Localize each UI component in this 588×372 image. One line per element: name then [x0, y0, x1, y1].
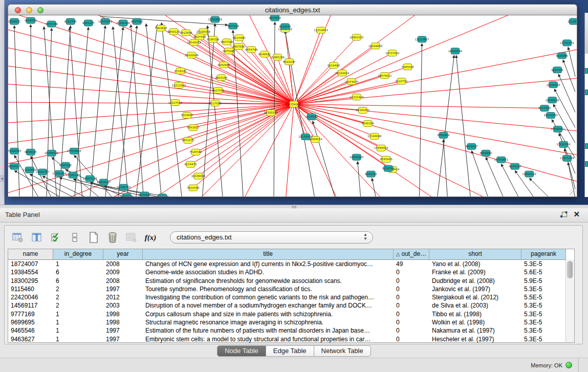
- table-row[interactable]: 1456911722003Disruption of a novel membe…: [8, 301, 574, 310]
- split-divider[interactable]: [0, 205, 588, 208]
- network-node[interactable]: 1112845: [568, 18, 577, 25]
- network-node[interactable]: 8196328: [207, 36, 220, 42]
- table-row[interactable]: 1938455462009Genome-wide association stu…: [8, 268, 574, 276]
- network-node[interactable]: 12213369: [172, 82, 186, 89]
- table-row[interactable]: 2242004622012Investigating the contribut…: [8, 293, 574, 301]
- network-node[interactable]: 7916346: [187, 185, 200, 191]
- network-node[interactable]: 9861037: [82, 20, 95, 26]
- network-node[interactable]: 12213907: [415, 36, 429, 42]
- network-node[interactable]: 11254943: [314, 27, 328, 33]
- column-header-title[interactable]: title: [143, 249, 394, 259]
- network-node[interactable]: 19737493: [385, 50, 399, 56]
- table-row[interactable]: 911546021997Tourette syndrome. Phenomeno…: [8, 285, 574, 293]
- network-node[interactable]: 9050513: [121, 193, 133, 196]
- close-button[interactable]: [15, 7, 21, 13]
- network-node[interactable]: 8912934: [180, 30, 192, 36]
- tab-edge-table[interactable]: Edge Table: [266, 345, 314, 357]
- network-node[interactable]: 8117006: [209, 100, 222, 106]
- network-node[interactable]: 9329966: [556, 53, 569, 59]
- network-node[interactable]: 8522035: [283, 59, 295, 65]
- network-node[interactable]: 9242848: [217, 62, 230, 68]
- network-node[interactable]: 9245012: [365, 171, 377, 177]
- network-node[interactable]: 9245013: [509, 163, 521, 169]
- tab-network-table[interactable]: Network Table: [314, 345, 371, 357]
- column-header-name[interactable]: name: [8, 249, 53, 259]
- network-node[interactable]: 11156829: [23, 167, 37, 173]
- panel-collapse-handle[interactable]: ◂: [0, 175, 4, 182]
- network-node[interactable]: 7263845: [181, 112, 193, 118]
- network-node[interactable]: 8012745: [64, 18, 77, 25]
- network-node[interactable]: 9146821: [258, 51, 271, 57]
- network-node[interactable]: 8791904: [437, 132, 450, 138]
- float-window-icon[interactable]: [560, 211, 568, 219]
- network-node[interactable]: 8197751: [396, 78, 408, 84]
- table-selector-dropdown[interactable]: citations_edges.txt ▲▼: [170, 231, 373, 244]
- network-node[interactable]: 16033809: [208, 16, 223, 23]
- window-resize-grip[interactable]: [570, 189, 576, 195]
- network-node[interactable]: 9154469: [328, 62, 340, 69]
- network-node[interactable]: 8960128: [167, 29, 180, 35]
- function-builder-button[interactable]: f(x): [144, 231, 157, 244]
- close-icon[interactable]: ✕: [573, 210, 580, 219]
- row-options-button[interactable]: [68, 231, 81, 244]
- table-row[interactable]: 1830029562008Estimation of significance …: [8, 277, 574, 285]
- network-node[interactable]: 15494469: [374, 145, 388, 151]
- network-node[interactable]: 9227343: [551, 67, 563, 73]
- network-node[interactable]: 15751074: [560, 40, 574, 46]
- network-node[interactable]: 7524543: [156, 194, 168, 196]
- network-node[interactable]: 9397588: [59, 162, 72, 168]
- network-node[interactable]: 2967608: [232, 43, 245, 50]
- table-row[interactable]: 969969511998Structural magnetic resonanc…: [8, 318, 574, 326]
- column-visibility-button[interactable]: [49, 231, 62, 244]
- network-node[interactable]: 2803144: [215, 75, 228, 81]
- network-node[interactable]: 7857224: [227, 23, 239, 29]
- column-header-year[interactable]: year: [103, 249, 143, 259]
- network-node[interactable]: 11451944: [52, 170, 67, 177]
- network-window[interactable]: citations_edges.txt 18724007796382289601…: [8, 4, 577, 197]
- network-node[interactable]: 16272359: [98, 18, 113, 25]
- table-settings-button[interactable]: [11, 231, 25, 244]
- network-node[interactable]: 4055748: [46, 21, 58, 27]
- network-node[interactable]: 11675338: [560, 155, 574, 161]
- network-node[interactable]: 12093832: [546, 82, 560, 88]
- table-row[interactable]: 1872400712008Changes of HCN gene express…: [8, 260, 574, 268]
- table-row[interactable]: 977716911998Corpus callosum shape and si…: [8, 310, 574, 318]
- network-node[interactable]: 20691406: [116, 20, 130, 26]
- column-header-short[interactable]: short: [429, 249, 521, 259]
- network-node[interactable]: 9875685: [223, 48, 235, 54]
- network-node[interactable]: 9046553: [25, 17, 37, 24]
- network-node[interactable]: 9154470: [184, 161, 197, 167]
- network-node[interactable]: 25206505: [8, 148, 21, 154]
- table-row[interactable]: 946362711997Embryonic stem cells: a mode…: [8, 335, 574, 343]
- network-node[interactable]: 7963822: [155, 25, 167, 31]
- network-node[interactable]: 9115460: [233, 35, 246, 41]
- network-window-titlebar[interactable]: citations_edges.txt: [8, 4, 577, 15]
- network-node[interactable]: 8454749: [245, 47, 258, 53]
- network-node[interactable]: 12164816: [335, 70, 350, 76]
- zoom-button[interactable]: [37, 7, 43, 13]
- network-node[interactable]: 8875887: [139, 192, 151, 196]
- network-node[interactable]: 8215953: [538, 105, 551, 112]
- network-node[interactable]: 16649950: [368, 43, 383, 49]
- create-table-button[interactable]: [87, 231, 100, 244]
- network-node[interactable]: 9462882: [480, 150, 492, 156]
- network-node[interactable]: 8813054: [269, 15, 281, 21]
- tab-node-table[interactable]: Node Table: [217, 345, 266, 357]
- table-row[interactable]: 946554611997Estimation of the future num…: [8, 326, 574, 335]
- network-node[interactable]: 9361827: [187, 124, 199, 130]
- network-node[interactable]: 9350513: [8, 163, 20, 169]
- column-header-in_degree[interactable]: in_degree: [53, 249, 103, 259]
- network-canvas[interactable]: 1872400779638228960128891293423226058982…: [8, 15, 577, 196]
- network-node[interactable]: 9927462: [131, 18, 143, 25]
- network-node[interactable]: 1504832: [8, 18, 20, 25]
- network-node[interactable]: 17957223: [83, 176, 97, 182]
- network-node[interactable]: 8851275: [182, 137, 194, 143]
- select-column-button[interactable]: [30, 231, 43, 244]
- network-node[interactable]: 9893015: [25, 149, 37, 155]
- network-node[interactable]: 18674621: [378, 73, 391, 79]
- network-node[interactable]: 16046242: [350, 154, 363, 160]
- network-node[interactable]: 11015443: [350, 94, 363, 100]
- network-node[interactable]: 7485083: [402, 64, 414, 70]
- network-node[interactable]: 22420046: [185, 52, 199, 58]
- network-node[interactable]: 12444158: [545, 97, 559, 103]
